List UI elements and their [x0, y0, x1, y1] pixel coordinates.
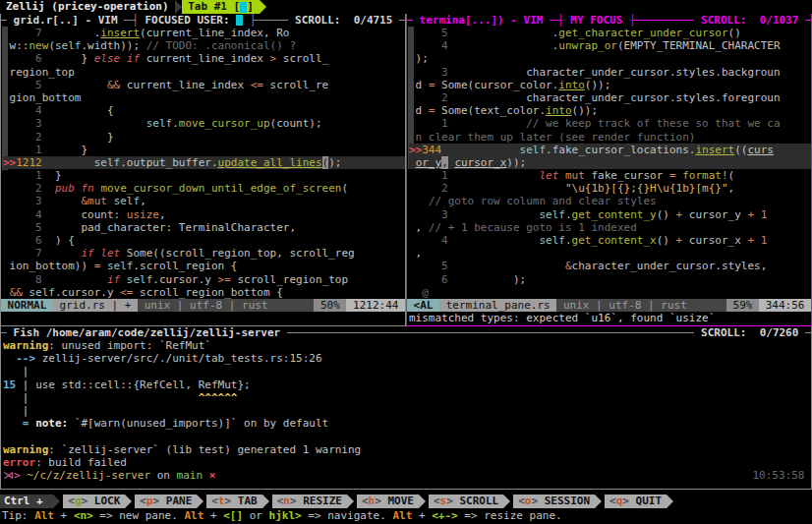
ribbon-lock[interactable]: <g> LOCK — [63, 495, 132, 508]
text-segment: 2 — [3, 131, 42, 144]
text-segment: move_cursor_up — [179, 117, 270, 130]
border-tee: ┤ — [557, 14, 564, 27]
text-segment: () — [657, 208, 676, 221]
border-line — [124, 20, 132, 21]
border-tee: ┤ — [132, 14, 139, 27]
terminal-row: d = Some(text_color.into()); — [409, 104, 811, 117]
text-segment: ); — [409, 52, 429, 65]
text-segment: .output_buffer. — [120, 156, 217, 169]
text-segment: 344 — [422, 144, 441, 156]
text-segment: = — [94, 260, 101, 272]
terminal-row: 1 } — [3, 144, 405, 156]
text-segment: count: — [42, 208, 127, 221]
text-segment: current_line_index — [140, 52, 269, 65]
ribbon-scroll[interactable]: <s> SCROLL — [429, 495, 510, 508]
tip-segment: Alt — [184, 509, 203, 522]
ribbon-tab[interactable]: <t> TAB — [206, 495, 268, 508]
grid-editor-buffer: 7 .insert(current_line_index, Ro w::new(… — [1, 27, 405, 299]
ribbon-label: <o> SESSION — [513, 495, 595, 508]
ribbon-session[interactable]: <o> SESSION — [513, 495, 602, 508]
text-segment: = — [429, 104, 435, 117]
statusline-segment: 1212:44 — [346, 299, 405, 312]
text-segment: self — [146, 117, 173, 130]
border-tee: ├ — [250, 14, 257, 27]
text-segment — [448, 169, 540, 182]
text-segment: () — [657, 234, 676, 247]
terminal-row: | ^^^^^^ — [3, 391, 811, 404]
terminal-row: 2 } — [3, 131, 405, 144]
terminal-row: 7 .insert(current_line_index, Ro — [3, 27, 405, 39]
terminal-row: w::new(self.width)); // TODO: .canonical… — [3, 39, 405, 52]
terminal-row: , — [409, 247, 811, 260]
terminal-row: 6 } else if current_line_index > scroll_ — [3, 52, 405, 65]
pane-grid-editor[interactable]: grid.r[..] - VIM ┤ FOCUSED USER: ├ SCROL… — [0, 14, 406, 326]
ribbon-text: < — [609, 495, 616, 507]
ribbon-text: SESSION — [538, 495, 590, 507]
text-segment: scroll_region_top — [231, 273, 348, 286]
ribbon-label: <g> LOCK — [63, 495, 125, 508]
text-segment — [42, 247, 82, 260]
text-segment: , — [140, 195, 146, 207]
text-segment: into — [558, 79, 585, 91]
ribbon-text: n — [283, 495, 290, 507]
ribbon-pane[interactable]: <p> PANE — [135, 495, 203, 508]
ribbon-label: <s> SCROLL — [429, 495, 503, 508]
text-segment: >= — [218, 273, 231, 286]
tip-segment: + — [412, 509, 432, 522]
text-segment: ( — [728, 169, 735, 182]
ribbon-text: < — [140, 495, 146, 507]
text-segment: pub fn — [55, 182, 94, 195]
text-segment: : build failed — [35, 456, 127, 469]
text-segment: scroll_re — [263, 79, 328, 91]
text-segment: curs — [747, 144, 774, 156]
text-segment — [42, 273, 107, 286]
text-segment: get_content_x — [572, 234, 657, 247]
statusline-segment: NORMAL — [1, 299, 53, 312]
text-segment: ); — [448, 273, 526, 286]
pane-fish-shell[interactable]: Fish /home/aram/code/zellij/zellij-serve… — [0, 326, 812, 490]
terminal-row: @ — [409, 286, 811, 299]
tip-segment: Alt — [392, 509, 412, 522]
ribbon-text: RESIZE — [297, 495, 342, 507]
terminal-row: 5 .get_character_under_cursor() — [409, 27, 811, 39]
text-segment: ^^^^^^ — [199, 391, 238, 404]
terminal-row: 1 let mut fake_cursor = format!( — [409, 169, 811, 182]
ribbon-move[interactable]: <h> MOVE — [357, 495, 426, 508]
ctrl-prefix: Ctrl + — [0, 495, 53, 508]
ribbon-text: o — [525, 495, 532, 507]
border-tee: ├ — [629, 14, 636, 27]
text-segment: into — [546, 104, 572, 117]
ribbon-items: <g> LOCK<p> PANE<t> TAB<n> RESIZE<h> MOV… — [63, 495, 676, 508]
text-segment: + — [747, 234, 754, 247]
pane-terminal-editor[interactable]: termina[...]) - VIM ┤ MY FOCUS ├ SCROLL:… — [406, 14, 812, 326]
text-segment: self — [107, 260, 134, 272]
text-segment: zellij-server/src/./unit/tab_tests.rs:15… — [42, 352, 322, 365]
terminal-row: d = Some(cursor_color.into()); — [409, 79, 811, 91]
text-segment: + — [676, 208, 683, 221]
text-segment: .fake_cursor_locations. — [546, 144, 695, 156]
text-segment: | — [3, 404, 29, 417]
tab-cursor-block — [240, 2, 247, 13]
ribbon-quit[interactable]: <q> QUIT — [605, 495, 673, 508]
tip-segment: hjkl> — [269, 509, 302, 522]
tab-label-close: ] — [247, 0, 260, 13]
ribbon-resize[interactable]: <n> RESIZE — [272, 495, 354, 508]
text-segment: 3 — [409, 208, 448, 221]
text-segment: 5 — [409, 260, 448, 272]
terminal-row: 3 self.get_content_y() + cursor_y + 1 — [409, 208, 811, 221]
ribbon-text: < — [277, 495, 284, 507]
text-segment: ()); — [585, 79, 611, 91]
text-segment — [448, 260, 565, 272]
tab-1-ribbon[interactable]: Tab #1 [] — [182, 0, 261, 14]
text-segment: // we keep track of these so that we ca — [526, 117, 780, 130]
ribbon-text: h — [369, 495, 376, 507]
pane-terminal-title: termina[...]) - VIM ┤ MY FOCUS ├ SCROLL:… — [407, 14, 811, 27]
text-segment: warning — [3, 443, 48, 456]
text-segment: { — [42, 104, 114, 117]
text-segment: on — [157, 469, 177, 482]
terminal-row: warning: `zellij-server` (lib test) gene… — [3, 443, 811, 456]
text-segment: ~/c/z/zellij-server — [27, 469, 156, 482]
text-segment: 1 — [409, 117, 448, 130]
text-segment — [409, 195, 429, 207]
text-segment: = — [669, 169, 676, 182]
